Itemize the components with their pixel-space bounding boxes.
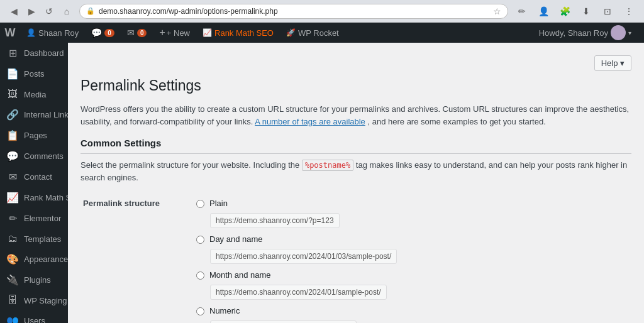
radio-numeric-label[interactable]: Numeric: [209, 306, 240, 315]
rank-math-icon: 📈: [6, 192, 19, 204]
users-icon: 👥: [6, 315, 19, 323]
help-btn-container: Help ▾: [80, 55, 631, 71]
radio-day-name: Day and name: [196, 234, 629, 244]
help-button[interactable]: Help ▾: [594, 55, 631, 71]
section-heading: Common Settings: [80, 138, 631, 154]
content-area: Help ▾ Permalink Settings WordPress offe…: [68, 43, 644, 323]
sidebar-item-elementor[interactable]: ✏ Elementor: [0, 208, 68, 229]
howdy-item[interactable]: Howdy, Shaan Roy ▾: [533, 23, 638, 43]
sidebar-item-label: Rank Math SEO: [24, 193, 68, 202]
more-icon[interactable]: ⋮: [620, 3, 638, 20]
browser-nav: ◀ ▶ ↺ ⌂: [6, 4, 74, 19]
messages-badge: 0: [137, 29, 147, 37]
sidebar-item-label: Comments: [24, 151, 64, 161]
site-name-bar-item[interactable]: 👤 Shaan Roy: [20, 23, 85, 43]
rocket-icon: 🚀: [286, 28, 296, 37]
browser-actions: ✏ 👤 🧩 ⬇ ⊡ ⋮: [513, 3, 638, 20]
postname-tag: %postname%: [302, 160, 353, 171]
sidebar-item-appearance[interactable]: 🎨 Appearance: [0, 249, 68, 270]
sidebar-item-internal-links[interactable]: 🔗 Internal Links: [0, 104, 68, 125]
sidebar-item-label: Pages: [24, 131, 47, 140]
star-icon: ☆: [493, 6, 501, 16]
radio-day-name-input[interactable]: [196, 236, 204, 244]
expand-icon: ▾: [628, 30, 631, 36]
sidebar-item-posts[interactable]: 📄 Posts: [0, 63, 68, 84]
howdy-text: Howdy, Shaan Roy: [539, 28, 608, 38]
sidebar-item-label: Posts: [24, 69, 45, 79]
chart-icon: 📈: [203, 28, 212, 37]
sidebar-item-dashboard[interactable]: ⊞ Dashboard: [0, 43, 68, 63]
sidebar-item-templates[interactable]: 🗂 Templates: [0, 229, 68, 249]
comments-icon: 💬: [6, 150, 19, 162]
settings-table: Permalink structure Plain https://demo.s…: [80, 194, 631, 323]
admin-bar-left: W 👤 Shaan Roy 💬 0 ✉ 0 + + New 📈 Rank Mat…: [0, 23, 533, 43]
extensions-icon[interactable]: 🧩: [556, 3, 574, 20]
radio-plain: Plain: [196, 199, 629, 208]
reload-button[interactable]: ↺: [42, 4, 57, 19]
url-text: demo.shaanroy.com/wp-admin/options-perma…: [99, 7, 278, 16]
sidebar-item-label: Internal Links: [24, 110, 68, 119]
appearance-icon: 🎨: [6, 253, 19, 265]
permalink-label-cell: Permalink structure: [80, 194, 194, 323]
radio-day-name-label[interactable]: Day and name: [209, 234, 263, 244]
page-title: Permalink Settings: [80, 77, 631, 94]
home-button[interactable]: ⌂: [59, 4, 74, 19]
edit-icon[interactable]: ✏: [513, 3, 531, 20]
radio-numeric: Numeric: [196, 306, 629, 315]
help-label: Help ▾: [601, 58, 625, 68]
wp-staging-icon: 🗄: [6, 295, 19, 306]
sidebar-item-label: Plugins: [24, 275, 51, 285]
messages-bar-item[interactable]: ✉ 0: [121, 23, 153, 43]
sidebar-item-media[interactable]: 🖼 Media: [0, 84, 68, 104]
section-description: Select the permalink structure for your …: [80, 159, 631, 183]
sidebar-item-label: Elementor: [24, 214, 61, 223]
radio-month-name-input[interactable]: [196, 271, 204, 280]
description-link[interactable]: A number of tags are available: [255, 117, 365, 126]
templates-icon: 🗂: [6, 233, 19, 244]
comments-bar-item[interactable]: 💬 0: [85, 23, 121, 43]
wp-rocket-bar-item[interactable]: 🚀 WP Rocket: [280, 23, 345, 43]
profile-icon[interactable]: 👤: [535, 3, 552, 20]
page-description: WordPress offers you the ability to crea…: [80, 103, 631, 128]
site-name-label: Shaan Roy: [38, 28, 79, 38]
back-button[interactable]: ◀: [6, 4, 21, 19]
radio-month-name-label[interactable]: Month and name: [209, 270, 271, 280]
address-bar[interactable]: 🔒 demo.shaanroy.com/wp-admin/options-per…: [79, 4, 508, 19]
section-desc-part1: Select the permalink structure for your …: [80, 160, 299, 170]
permalink-options-cell: Plain https://demo.shaanroy.com/?p=123 D…: [194, 194, 631, 323]
sidebar-item-pages[interactable]: 📋 Pages: [0, 125, 68, 146]
sidebar-item-plugins[interactable]: 🔌 Plugins: [0, 270, 68, 290]
sidebar-item-users[interactable]: 👥 Users: [0, 310, 68, 323]
radio-plain-label[interactable]: Plain: [209, 199, 228, 208]
radio-numeric-input[interactable]: [196, 307, 204, 315]
plugins-icon: 🔌: [6, 274, 19, 286]
sidebar-item-label: Users: [24, 316, 45, 323]
new-item-bar-item[interactable]: + + New: [153, 23, 196, 43]
download-icon[interactable]: ⬇: [577, 3, 595, 20]
rank-math-bar-item[interactable]: 📈 Rank Math SEO: [196, 23, 280, 43]
wp-logo[interactable]: W: [0, 23, 20, 43]
admin-bar-right: Howdy, Shaan Roy ▾: [533, 23, 644, 43]
description-text-part2: , and here are some examples to get you …: [367, 117, 545, 126]
dashboard-icon: ⊞: [6, 47, 19, 59]
wp-admin-bar: W 👤 Shaan Roy 💬 0 ✉ 0 + + New 📈 Rank Mat…: [0, 23, 644, 43]
sidebar-item-comments[interactable]: 💬 Comments: [0, 146, 68, 167]
user-avatar: [611, 25, 626, 40]
pages-icon: 📋: [6, 129, 19, 141]
sidebar-item-label: Media: [24, 90, 46, 99]
month-name-url-preview: https://demo.shaanroy.com/2024/01/sample…: [210, 285, 387, 300]
forward-button[interactable]: ▶: [24, 4, 39, 19]
browser-bar: ◀ ▶ ↺ ⌂ 🔒 demo.shaanroy.com/wp-admin/opt…: [0, 0, 644, 23]
new-label: + New: [167, 28, 190, 38]
split-view-icon[interactable]: ⊡: [599, 3, 616, 20]
posts-icon: 📄: [6, 68, 19, 80]
wp-wrapper: ⊞ Dashboard 📄 Posts 🖼 Media 🔗 Internal L…: [0, 43, 644, 323]
contact-icon: ✉: [6, 171, 19, 183]
radio-plain-input[interactable]: [196, 200, 204, 208]
sidebar-item-rank-math[interactable]: 📈 Rank Math SEO: [0, 187, 68, 208]
site-avatar-icon: 👤: [26, 28, 36, 37]
sidebar-item-wp-staging[interactable]: 🗄 WP Staging Pro: [0, 290, 68, 310]
sidebar-item-contact[interactable]: ✉ Contact: [0, 167, 68, 187]
envelope-icon: ✉: [127, 28, 135, 38]
numeric-url-preview: https://demo.shaanroy.com/archives/123: [210, 320, 357, 323]
